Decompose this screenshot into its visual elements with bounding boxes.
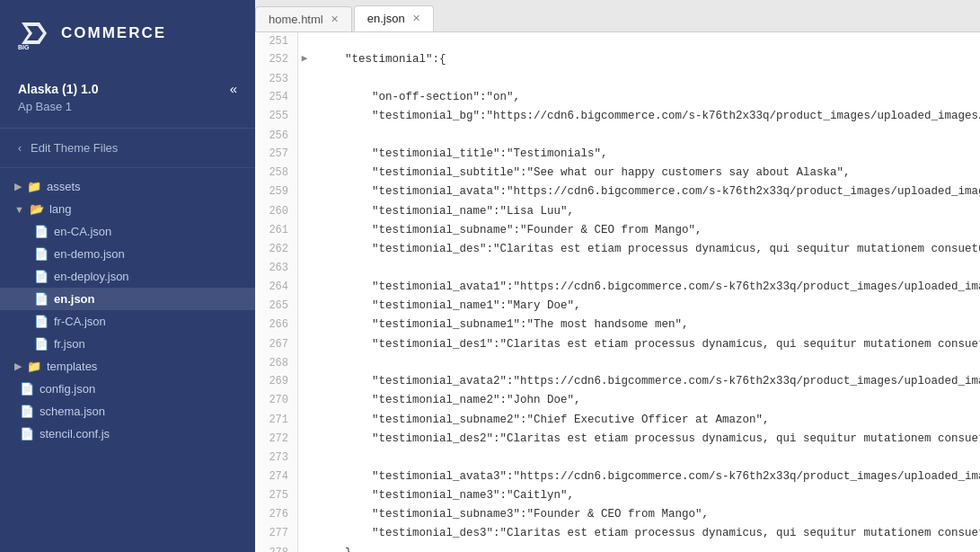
line-number: 266 xyxy=(255,316,298,334)
file-icon4: 📄 xyxy=(34,292,49,306)
line-number: 276 xyxy=(255,505,298,524)
line-indicator xyxy=(298,259,311,277)
line-indicator xyxy=(298,391,311,410)
sidebar-item-fr-ca-json[interactable]: 📄 fr-CA.json xyxy=(0,310,255,333)
line-content: "testimonial_avata":"https://cdn6.bigcom… xyxy=(311,183,980,201)
tab-home-html-label: home.html xyxy=(269,13,323,26)
line-indicator xyxy=(298,430,311,449)
line-indicator xyxy=(298,183,311,201)
sidebar-item-en-json[interactable]: 📄 en.json xyxy=(0,288,255,310)
code-line: 258 "testimonial_subtitle":"See what our… xyxy=(255,164,980,183)
line-indicator xyxy=(298,316,311,334)
line-indicator xyxy=(298,335,311,354)
line-content xyxy=(311,32,980,50)
logo-text: COMMERCE xyxy=(61,24,166,42)
line-number: 251 xyxy=(255,32,298,50)
line-content: "testimonial_des":"Claritas est etiam pr… xyxy=(311,240,980,259)
assets-label: assets xyxy=(47,180,81,193)
en-ca-label: en-CA.json xyxy=(54,225,111,238)
code-line: 267 "testimonial_des1":"Claritas est eti… xyxy=(255,335,980,354)
line-number: 273 xyxy=(255,449,298,467)
line-content: "testimonial_avata1":"https://cdn6.bigco… xyxy=(311,278,980,297)
line-number: 256 xyxy=(255,127,298,145)
code-line: 271 "testimonial_subname2":"Chief Execut… xyxy=(255,411,980,430)
theme-name: Alaska (1) 1.0 xyxy=(18,82,99,96)
line-content xyxy=(311,259,980,277)
en-json-label: en.json xyxy=(54,292,95,306)
sidebar-item-en-demo-json[interactable]: 📄 en-demo.json xyxy=(0,243,255,265)
sidebar-item-en-deploy-json[interactable]: 📄 en-deploy.json xyxy=(0,265,255,288)
line-number: 261 xyxy=(255,221,298,240)
line-number: 274 xyxy=(255,467,298,486)
folder-icon2: 📁 xyxy=(27,360,41,373)
sidebar: BIG COMMERCE Alaska (1) 1.0 « Ap Base 1 … xyxy=(0,0,255,552)
line-content: "testimonial":{ xyxy=(311,50,980,69)
code-line: 265 "testimonial_name1":"Mary Doe", xyxy=(255,297,980,316)
code-line: 254 "on-off-section":"on", xyxy=(255,88,980,107)
schema-label: schema.json xyxy=(40,405,105,418)
tab-home-html[interactable]: home.html ✕ xyxy=(255,6,352,31)
line-indicator xyxy=(298,411,311,430)
chevron-down-icon: ▼ xyxy=(14,204,24,215)
line-number: 275 xyxy=(255,486,298,505)
line-number: 253 xyxy=(255,70,298,88)
tab-en-json-close[interactable]: ✕ xyxy=(412,13,420,24)
edit-theme-files-button[interactable]: ‹ Edit Theme Files xyxy=(0,129,255,168)
line-number: 260 xyxy=(255,202,298,221)
line-indicator xyxy=(298,70,311,88)
sidebar-item-stencil-conf-js[interactable]: 📄 stencil.conf.js xyxy=(0,423,255,445)
code-line: 276 "testimonial_subname3":"Founder & CE… xyxy=(255,505,980,524)
theme-subtitle: Ap Base 1 xyxy=(18,100,237,113)
config-label: config.json xyxy=(40,382,95,396)
line-content: "testimonial_name":"Lisa Luu", xyxy=(311,202,980,221)
file-icon6: 📄 xyxy=(34,337,49,351)
line-number: 259 xyxy=(255,183,298,201)
line-indicator xyxy=(298,486,311,505)
code-line: 273 xyxy=(255,449,980,467)
sidebar-item-config-json[interactable]: 📄 config.json xyxy=(0,378,255,400)
code-line: 275 "testimonial_name3":"Caitlyn", xyxy=(255,486,980,505)
code-line: 274 "testimonial_avata3":"https://cdn6.b… xyxy=(255,467,980,486)
sidebar-item-schema-json[interactable]: 📄 schema.json xyxy=(0,400,255,423)
line-indicator xyxy=(298,240,311,259)
line-content: "testimonial_des1":"Claritas est etiam p… xyxy=(311,335,980,354)
sidebar-item-templates[interactable]: ▶ 📁 templates xyxy=(0,355,255,378)
line-number: 262 xyxy=(255,240,298,259)
code-line: 266 "testimonial_subname1":"The most han… xyxy=(255,316,980,334)
tab-home-html-close[interactable]: ✕ xyxy=(331,13,339,25)
code-line: 260 "testimonial_name":"Lisa Luu", xyxy=(255,202,980,221)
code-line: 268 xyxy=(255,354,980,372)
fr-label: fr.json xyxy=(54,337,85,351)
code-lines: 251252▶ "testimonial":{253254 "on-off-se… xyxy=(255,32,980,552)
collapse-button[interactable]: « xyxy=(230,81,237,96)
line-content: "testimonial_name1":"Mary Doe", xyxy=(311,297,980,316)
templates-label: templates xyxy=(47,360,97,373)
sidebar-item-en-ca-json[interactable]: 📄 en-CA.json xyxy=(0,220,255,243)
line-number: 263 xyxy=(255,259,298,277)
line-indicator xyxy=(298,221,311,240)
line-indicator xyxy=(298,202,311,221)
line-indicator xyxy=(298,107,311,126)
code-line: 262 "testimonial_des":"Claritas est etia… xyxy=(255,240,980,259)
tab-en-json[interactable]: en.json ✕ xyxy=(354,5,434,31)
code-editor[interactable]: 251252▶ "testimonial":{253254 "on-off-se… xyxy=(255,32,980,552)
code-line: 256 xyxy=(255,127,980,145)
line-number: 257 xyxy=(255,145,298,164)
sidebar-item-lang[interactable]: ▼ 📂 lang xyxy=(0,198,255,220)
line-content xyxy=(311,449,980,467)
arrow-left-icon: ‹ xyxy=(18,142,22,155)
file-icon5: 📄 xyxy=(34,315,49,328)
line-number: 252 xyxy=(255,50,298,69)
sidebar-item-fr-json[interactable]: 📄 fr.json xyxy=(0,333,255,355)
line-content: }, xyxy=(311,544,980,552)
code-line: 263 xyxy=(255,259,980,277)
code-line: 259 "testimonial_avata":"https://cdn6.bi… xyxy=(255,183,980,201)
line-content: "testimonial_des3":"Claritas est etiam p… xyxy=(311,524,980,543)
code-line: 270 "testimonial_name2":"John Doe", xyxy=(255,391,980,410)
code-line: 257 "testimonial_title":"Testimonials", xyxy=(255,145,980,164)
sidebar-item-assets[interactable]: ▶ 📁 assets xyxy=(0,175,255,198)
line-number: 269 xyxy=(255,372,298,391)
tab-en-json-label: en.json xyxy=(367,12,405,25)
line-content: "testimonial_avata2":"https://cdn6.bigco… xyxy=(311,372,980,391)
line-content xyxy=(311,70,980,88)
